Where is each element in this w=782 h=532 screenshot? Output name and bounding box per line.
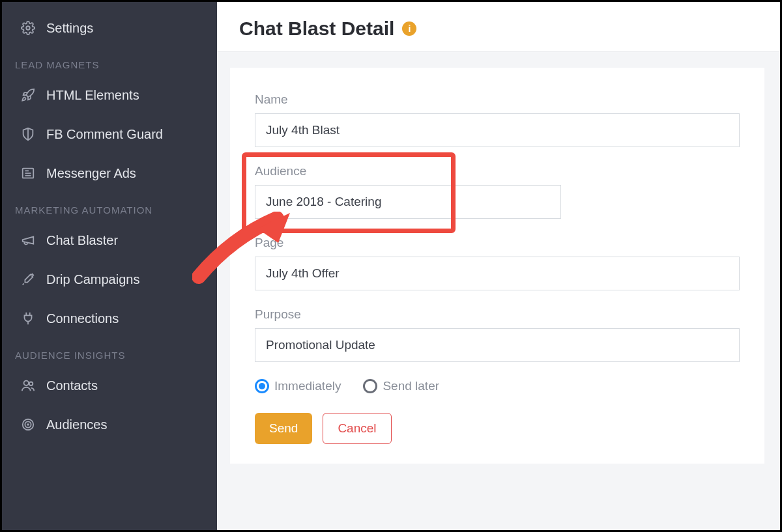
svg-point-6	[29, 382, 33, 386]
field-purpose: Purpose	[255, 307, 740, 362]
radio-send-later[interactable]: Send later	[363, 379, 439, 393]
field-label: Audience	[255, 164, 740, 178]
eyedropper-icon	[20, 272, 36, 287]
sidebar-item-label: FB Comment Guard	[46, 127, 163, 142]
sidebar-item-label: Settings	[46, 21, 93, 36]
svg-point-5	[24, 381, 29, 385]
sidebar-item-contacts[interactable]: Contacts	[2, 366, 217, 405]
megaphone-icon	[20, 232, 36, 248]
form-card: Name Audience Page Purpose	[230, 68, 764, 464]
page-select[interactable]	[255, 257, 740, 290]
radio-indicator	[255, 379, 269, 393]
sidebar-item-label: Connections	[46, 311, 119, 326]
page-header: Chat Blast Detail i	[217, 2, 780, 52]
people-icon	[20, 378, 36, 393]
field-audience: Audience	[255, 164, 740, 219]
app-shell: Settings LEAD MAGNETS HTML Elements FB C…	[2, 2, 780, 530]
name-input[interactable]	[255, 113, 740, 147]
sidebar-item-connections[interactable]: Connections	[2, 299, 217, 338]
target-icon	[20, 417, 36, 432]
sidebar-item-label: Contacts	[46, 378, 98, 393]
form-actions: Send Cancel	[255, 413, 740, 444]
svg-point-9	[27, 424, 29, 425]
radio-indicator	[363, 379, 377, 393]
sidebar-item-chat-blaster[interactable]: Chat Blaster	[2, 221, 217, 260]
plug-icon	[20, 311, 36, 326]
main-content: Chat Blast Detail i Name Audience Page	[217, 2, 780, 530]
sidebar-item-messenger-ads[interactable]: Messenger Ads	[2, 154, 217, 193]
purpose-select[interactable]	[255, 328, 740, 362]
sidebar-item-fb-comment-guard[interactable]: FB Comment Guard	[2, 115, 217, 154]
svg-point-0	[26, 26, 30, 30]
sidebar-item-html-elements[interactable]: HTML Elements	[2, 76, 217, 115]
sidebar-item-label: Messenger Ads	[46, 166, 136, 181]
shield-icon	[20, 126, 36, 142]
field-name: Name	[255, 92, 740, 147]
radio-label: Immediately	[274, 379, 341, 393]
field-label: Purpose	[255, 307, 740, 322]
sidebar-item-label: Audiences	[46, 417, 107, 432]
radio-immediately[interactable]: Immediately	[255, 379, 341, 393]
info-icon[interactable]: i	[402, 21, 416, 36]
sidebar: Settings LEAD MAGNETS HTML Elements FB C…	[2, 2, 217, 530]
audience-select[interactable]	[255, 185, 561, 219]
gear-icon	[20, 20, 36, 36]
radio-label: Send later	[383, 379, 439, 393]
page-title: Chat Blast Detail	[239, 18, 394, 40]
field-label: Name	[255, 92, 740, 107]
sidebar-item-label: Chat Blaster	[46, 233, 118, 248]
sidebar-section-marketing-automation: MARKETING AUTOMATION	[2, 193, 217, 221]
sidebar-item-settings[interactable]: Settings	[2, 8, 217, 48]
sidebar-section-lead-magnets: LEAD MAGNETS	[2, 48, 217, 76]
sidebar-item-label: HTML Elements	[46, 88, 139, 103]
newspaper-icon	[20, 165, 36, 181]
field-page: Page	[255, 236, 740, 290]
rocket-icon	[20, 87, 36, 103]
sidebar-section-audience-insights: AUDIENCE INSIGHTS	[2, 338, 217, 366]
cancel-button[interactable]: Cancel	[323, 413, 391, 444]
send-button[interactable]: Send	[255, 413, 312, 444]
field-label: Page	[255, 236, 740, 250]
sidebar-item-drip-campaigns[interactable]: Drip Campaigns	[2, 260, 217, 299]
sidebar-item-label: Drip Campaigns	[46, 272, 139, 287]
sidebar-item-audiences[interactable]: Audiences	[2, 405, 217, 444]
content-wrap: Name Audience Page Purpose	[217, 52, 780, 530]
timing-radios: Immediately Send later	[255, 379, 740, 393]
